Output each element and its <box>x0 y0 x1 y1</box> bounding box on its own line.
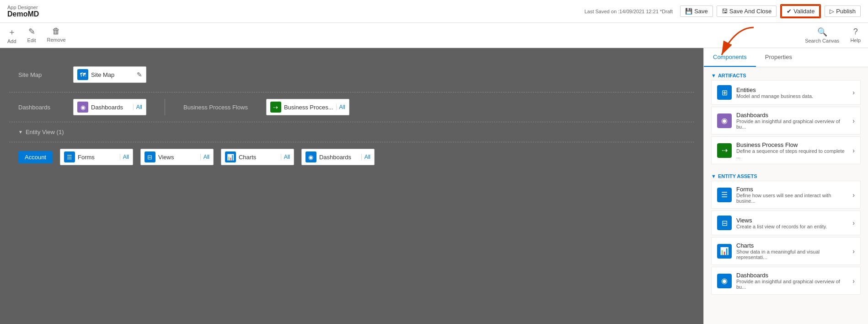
forms-sidebar-text: Forms Define how users will see and inte… <box>736 186 846 204</box>
help-icon: ? <box>853 27 858 37</box>
sidebar-item-bpf-left: ⇢ Business Process Flow Define a sequenc… <box>717 141 846 159</box>
entity-dashboards-sidebar-desc: Provide an insightful and graphical over… <box>736 279 846 290</box>
bpf-component-name: Business Proces... <box>284 104 333 111</box>
views-sidebar-desc: Create a list view of records for an ent… <box>736 224 827 229</box>
save-close-button[interactable]: 🖫 Save And Close <box>717 5 777 17</box>
bpf-sidebar-icon: ⇢ <box>717 143 732 158</box>
dashboards-sidebar-icon: ◉ <box>717 113 732 128</box>
bpf-component[interactable]: ⇢ Business Proces... All <box>266 99 349 115</box>
dashboards-sidebar-desc: Provide an insightful and graphical over… <box>736 119 846 130</box>
add-tool[interactable]: ＋ Add <box>7 27 16 44</box>
site-map-label: Site Map <box>18 71 73 78</box>
forms-all-link[interactable]: All <box>120 154 129 160</box>
sidebar-item-entities[interactable]: ⊞ Entities Model and manage business dat… <box>711 80 861 105</box>
entities-text: Entities Model and manage business data. <box>736 86 813 99</box>
entities-title: Entities <box>736 86 813 93</box>
search-icon: 🔍 <box>817 27 827 37</box>
views-name: Views <box>158 154 198 161</box>
sidebar-tabs: Components Properties <box>704 48 868 67</box>
save-icon: 💾 <box>685 8 692 15</box>
views-sidebar-title: Views <box>736 217 827 224</box>
validate-button[interactable]: ✔ Validate <box>781 5 820 17</box>
sidebar-item-entity-dashboards-left: ◉ Dashboards Provide an insightful and g… <box>717 272 846 290</box>
sidebar-item-views[interactable]: ⊟ Views Create a list view of records fo… <box>711 211 861 235</box>
entity-view-collapse-icon[interactable]: ▼ <box>18 130 23 135</box>
save-close-icon: 🖫 <box>722 8 728 15</box>
views-all-link[interactable]: All <box>200 154 209 160</box>
entity-assets-section: ▼ ENTITY ASSETS ☰ Forms Define how users… <box>704 168 868 298</box>
artifacts-section: ▼ ARTIFACTS ⊞ Entities Model and manage … <box>704 67 868 168</box>
forms-name: Forms <box>78 154 117 161</box>
entities-desc: Model and manage business data. <box>736 93 813 99</box>
charts-icon: 📊 <box>225 151 236 162</box>
bpf-chevron: › <box>852 147 855 154</box>
bpf-canvas-icon: ⇢ <box>270 102 281 113</box>
validate-label: Validate <box>793 8 814 15</box>
sidebar-item-entity-dashboards[interactable]: ◉ Dashboards Provide an insightful and g… <box>711 267 861 295</box>
sidebar-item-dashboards[interactable]: ◉ Dashboards Provide an insightful and g… <box>711 107 861 135</box>
entity-dashboards-component[interactable]: ◉ Dashboards All <box>301 149 375 165</box>
remove-label: Remove <box>47 37 66 43</box>
forms-sidebar-desc: Define how users will see and interact w… <box>736 193 846 204</box>
charts-sidebar-text: Charts Show data in a meaningful and vis… <box>736 242 846 260</box>
dashboards-all-link[interactable]: All <box>133 104 142 110</box>
entity-assets-label: ENTITY ASSETS <box>718 173 757 179</box>
tab-components[interactable]: Components <box>704 48 756 67</box>
edit-tool[interactable]: ✎ Edit <box>27 27 36 44</box>
entity-view-label: Entity View (1) <box>26 129 64 135</box>
sidebar-item-entities-left: ⊞ Entities Model and manage business dat… <box>717 85 813 100</box>
edit-icon: ✎ <box>28 27 35 37</box>
edit-label: Edit <box>27 38 36 43</box>
help-label: Help <box>850 38 861 43</box>
main-layout: Site Map 🗺 Site Map ✎ Dashboards ◉ Dashb… <box>0 48 868 324</box>
add-label: Add <box>7 38 16 44</box>
top-header: App Designer DemoMD Last Saved on :14/09… <box>0 0 868 23</box>
entity-assets-section-title: ▼ ENTITY ASSETS <box>711 173 861 179</box>
entity-dashboards-icon: ◉ <box>305 151 316 162</box>
toolbar: ＋ Add ✎ Edit 🗑 Remove 🔍 Search Canvas ? … <box>0 23 868 48</box>
artifacts-label: ARTIFACTS <box>718 73 746 78</box>
app-title-area: App Designer DemoMD <box>7 5 39 18</box>
sidebar-item-bpf[interactable]: ⇢ Business Process Flow Define a sequenc… <box>711 136 861 164</box>
bpf-all-link[interactable]: All <box>336 104 345 110</box>
charts-sidebar-title: Charts <box>736 242 846 249</box>
dashboards-sidebar-title: Dashboards <box>736 112 846 119</box>
views-sidebar-icon: ⊟ <box>717 216 732 230</box>
publish-button[interactable]: ▷ Publish <box>825 5 861 17</box>
remove-tool[interactable]: 🗑 Remove <box>47 27 66 44</box>
search-canvas-tool[interactable]: 🔍 Search Canvas <box>805 27 839 43</box>
charts-component[interactable]: 📊 Charts All <box>221 149 294 165</box>
app-designer-label: App Designer <box>7 5 39 10</box>
views-component[interactable]: ⊟ Views All <box>140 149 214 165</box>
entity-dashboards-all-link[interactable]: All <box>361 154 370 160</box>
sidebar-item-views-left: ⊟ Views Create a list view of records fo… <box>717 216 827 230</box>
tab-properties[interactable]: Properties <box>756 48 801 67</box>
forms-sidebar-icon: ☰ <box>717 188 732 202</box>
bpf-sidebar-desc: Define a sequence of steps required to c… <box>736 148 846 159</box>
sidebar-item-charts[interactable]: 📊 Charts Show data in a meaningful and v… <box>711 237 861 265</box>
dashboards-sidebar-text: Dashboards Provide an insightful and gra… <box>736 112 846 130</box>
help-tool[interactable]: ? Help <box>850 27 861 43</box>
save-label: Save <box>694 8 708 15</box>
account-button[interactable]: Account <box>18 151 53 163</box>
entities-icon: ⊞ <box>717 85 732 100</box>
entity-dashboards-sidebar-icon: ◉ <box>717 274 732 288</box>
charts-all-link[interactable]: All <box>281 154 290 160</box>
site-map-edit-icon[interactable]: ✎ <box>137 71 142 78</box>
dashboards-component[interactable]: ◉ Dashboards All <box>73 99 146 115</box>
canvas-divider <box>165 99 165 115</box>
entities-chevron: › <box>852 89 855 96</box>
dashboards-canvas-icon: ◉ <box>77 102 88 113</box>
save-button[interactable]: 💾 Save <box>680 5 713 17</box>
sidebar: Components Properties ▼ ARTIFACTS ⊞ Enti… <box>703 48 868 324</box>
site-map-component[interactable]: 🗺 Site Map ✎ <box>73 66 146 83</box>
dashboards-chevron: › <box>852 117 855 124</box>
artifacts-collapse-icon[interactable]: ▼ <box>711 73 716 78</box>
views-chevron: › <box>852 219 855 227</box>
forms-component[interactable]: ☰ Forms All <box>60 149 133 165</box>
save-close-label: Save And Close <box>729 8 772 15</box>
publish-label: Publish <box>836 8 856 15</box>
forms-sidebar-title: Forms <box>736 186 846 193</box>
entity-assets-collapse-icon[interactable]: ▼ <box>711 173 716 179</box>
sidebar-item-forms[interactable]: ☰ Forms Define how users will see and in… <box>711 181 861 209</box>
